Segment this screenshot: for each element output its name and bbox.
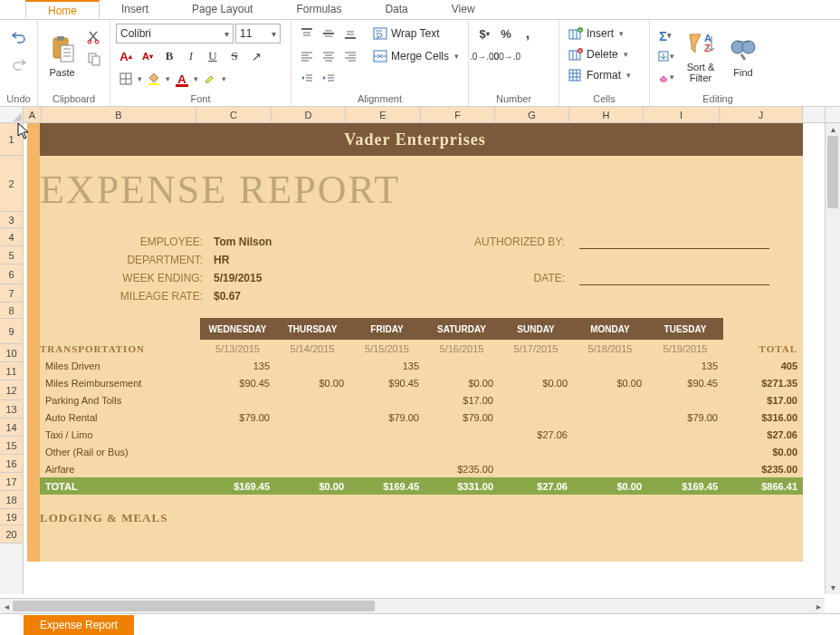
column-header-C[interactable]: C <box>196 107 272 122</box>
row-header-15[interactable]: 15 <box>0 437 23 455</box>
borders-button[interactable] <box>116 69 136 89</box>
date-line <box>579 271 769 285</box>
spreadsheet-grid[interactable]: 1234567891011121314151617181920 Vader En… <box>0 123 840 594</box>
table-row: Miles Driven135135135405 <box>27 357 803 374</box>
currency-button[interactable]: $▾ <box>474 24 494 43</box>
decrease-indent-button[interactable] <box>297 69 317 89</box>
select-all-cell[interactable] <box>0 107 24 122</box>
tab-formulas[interactable]: Formulas <box>274 0 363 19</box>
row-header-11[interactable]: 11 <box>0 362 23 380</box>
strikethrough-button[interactable]: S <box>224 46 244 66</box>
font-dialog-button[interactable]: ↗ <box>246 46 266 66</box>
paste-button[interactable]: Paste <box>43 24 81 89</box>
cut-button[interactable] <box>84 27 104 47</box>
highlight-button[interactable] <box>200 69 220 89</box>
column-header-A[interactable]: A <box>24 107 42 122</box>
font-family-dropdown[interactable]: Colibri▾ <box>116 24 234 43</box>
undo-button[interactable] <box>9 27 29 47</box>
table-row: Miles Reimbursement$90.45$0.00$90.45$0.0… <box>27 374 803 391</box>
autosum-button[interactable]: Σ▾ <box>655 25 675 45</box>
row-header-17[interactable]: 17 <box>0 473 23 491</box>
tab-home[interactable]: Home <box>25 0 100 19</box>
tab-insert[interactable]: Insert <box>100 0 170 19</box>
svg-point-64 <box>742 41 755 53</box>
align-center-button[interactable] <box>319 46 339 66</box>
align-bottom-button[interactable] <box>340 24 360 43</box>
fill-color-button[interactable] <box>144 69 164 89</box>
increase-font-button[interactable]: A▴ <box>116 46 136 66</box>
column-header-D[interactable]: D <box>272 107 346 122</box>
insert-cells-button[interactable]: +Insert▾ <box>565 24 627 43</box>
sort-filter-button[interactable]: AZ Sort & Filter <box>679 24 722 89</box>
decrease-font-button[interactable]: A▾ <box>138 46 158 66</box>
scroll-left-icon[interactable]: ◂ <box>0 599 13 613</box>
column-header-B[interactable]: B <box>42 107 196 122</box>
font-color-button[interactable]: A <box>172 69 192 89</box>
bold-button[interactable]: B <box>159 46 179 66</box>
row-header-2[interactable]: 2 <box>0 156 23 212</box>
comma-button[interactable]: , <box>518 24 538 43</box>
row-header-3[interactable]: 3 <box>0 212 23 228</box>
column-header-J[interactable]: J <box>720 107 803 122</box>
row-header-18[interactable]: 18 <box>0 491 23 509</box>
row-header-10[interactable]: 10 <box>0 344 23 362</box>
number-section-label: Number <box>472 91 555 106</box>
font-size-dropdown[interactable]: 11▾ <box>235 24 281 43</box>
horizontal-scroll-thumb[interactable] <box>13 601 375 611</box>
column-header-E[interactable]: E <box>346 107 421 122</box>
column-header-F[interactable]: F <box>421 107 495 122</box>
scroll-up-icon[interactable]: ▴ <box>826 123 840 136</box>
row-headers: 1234567891011121314151617181920 <box>0 123 24 594</box>
horizontal-scrollbar[interactable]: ◂ ▸ <box>0 598 825 613</box>
table-row: Parking And Tolls$17.00$17.00 <box>27 391 803 409</box>
vertical-scroll-thumb[interactable] <box>827 136 838 208</box>
row-header-4[interactable]: 4 <box>0 228 23 246</box>
align-left-button[interactable] <box>297 46 317 66</box>
row-header-1[interactable]: 1 <box>0 123 23 156</box>
row-header-12[interactable]: 12 <box>0 380 23 400</box>
sheet-tab-expense-report[interactable]: Expense Report <box>24 615 134 635</box>
tab-page-layout[interactable]: Page Layout <box>170 0 274 19</box>
find-button[interactable]: Find <box>726 24 760 89</box>
align-top-button[interactable] <box>297 24 317 43</box>
increase-indent-button[interactable] <box>319 69 339 89</box>
svg-rect-2 <box>61 45 73 62</box>
scroll-down-icon[interactable]: ▾ <box>826 582 840 594</box>
row-header-9[interactable]: 9 <box>0 319 23 344</box>
alignment-section-label: Alignment <box>295 91 464 106</box>
delete-cells-button[interactable]: ×Delete▾ <box>565 44 632 64</box>
column-header-H[interactable]: H <box>569 107 644 122</box>
value-week-ending: 5/19/2015 <box>208 269 353 287</box>
row-header-8[interactable]: 8 <box>0 303 23 319</box>
clear-button[interactable]: ▾ <box>655 67 675 87</box>
percent-button[interactable]: % <box>496 24 516 43</box>
scroll-right-icon[interactable]: ▸ <box>812 599 825 613</box>
row-header-7[interactable]: 7 <box>0 284 23 303</box>
merge-cells-button[interactable]: Merge Cells▾ <box>369 46 463 66</box>
tab-data[interactable]: Data <box>363 0 429 19</box>
decrease-decimal-button[interactable]: .00→.0 <box>496 46 516 66</box>
wrap-text-button[interactable]: Wrap Text <box>369 24 444 43</box>
fill-button[interactable]: ▾ <box>655 46 675 66</box>
row-header-14[interactable]: 14 <box>0 419 23 437</box>
tab-view[interactable]: View <box>430 0 497 19</box>
format-cells-button[interactable]: Format▾ <box>565 65 635 85</box>
row-header-5[interactable]: 5 <box>0 246 23 265</box>
redo-button[interactable] <box>9 54 29 74</box>
row-header-20[interactable]: 20 <box>0 525 23 544</box>
row-header-6[interactable]: 6 <box>0 265 23 284</box>
row-header-16[interactable]: 16 <box>0 455 23 473</box>
row-header-19[interactable]: 19 <box>0 509 23 525</box>
column-header-G[interactable]: G <box>495 107 569 122</box>
align-right-button[interactable] <box>340 46 360 66</box>
column-headers: ABCDEFGHIJ <box>0 107 840 123</box>
font-section-label: Font <box>114 91 287 106</box>
column-header-I[interactable]: I <box>644 107 720 122</box>
align-middle-button[interactable] <box>319 24 339 43</box>
copy-button[interactable] <box>84 49 104 69</box>
underline-button[interactable]: U <box>203 46 223 66</box>
vertical-scrollbar[interactable]: ▴ ▾ <box>825 123 840 594</box>
row-header-13[interactable]: 13 <box>0 400 23 419</box>
transportation-table: WEDNESDAYTHURSDAYFRIDAY SATURDAYSUNDAYMO… <box>27 318 803 495</box>
italic-button[interactable]: I <box>181 46 201 66</box>
